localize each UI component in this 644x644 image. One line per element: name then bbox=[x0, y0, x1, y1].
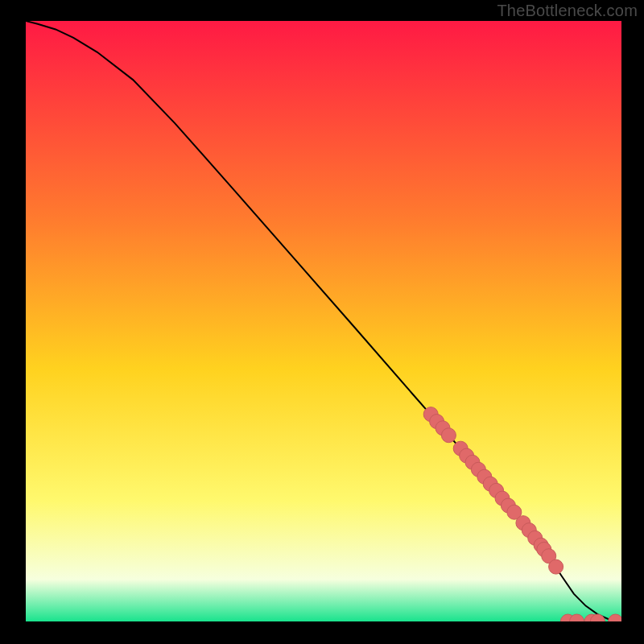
plot-area bbox=[26, 21, 621, 621]
watermark-text: TheBottleneck.com bbox=[497, 2, 638, 20]
chart-frame: TheBottleneck.com bbox=[0, 0, 644, 644]
chart-svg bbox=[26, 21, 621, 621]
data-marker bbox=[549, 559, 564, 574]
data-marker bbox=[441, 428, 456, 443]
